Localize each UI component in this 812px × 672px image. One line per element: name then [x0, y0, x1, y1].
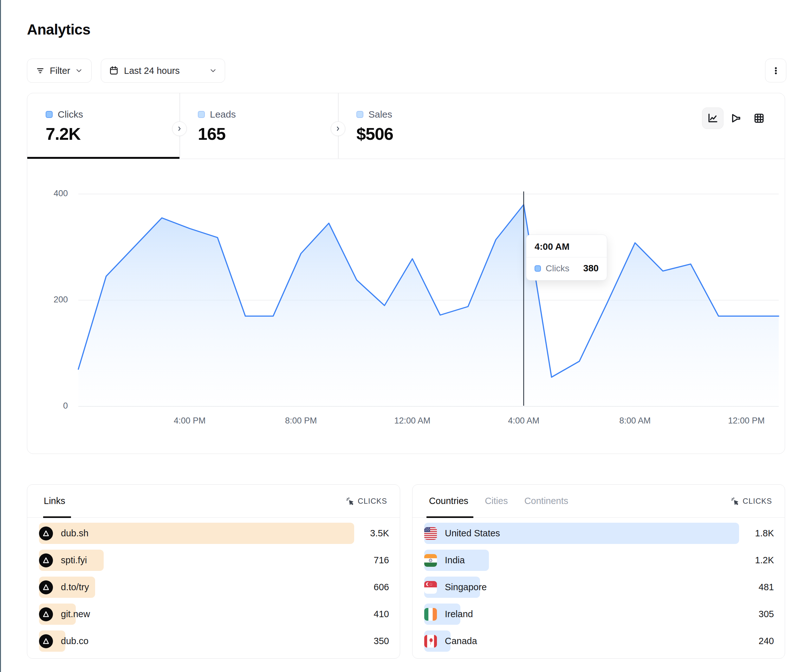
chevron-right-icon [176, 125, 183, 132]
tab-countries[interactable]: Countries [429, 496, 468, 506]
clicks-legend-square [46, 111, 53, 118]
funnel-chart-view-button[interactable] [730, 112, 742, 125]
sales-legend-square [357, 111, 363, 118]
dub-logo-icon [39, 607, 53, 621]
item-value: 716 [374, 555, 389, 566]
us-flag-icon [424, 527, 437, 540]
item-label: Ireland [445, 609, 473, 619]
table-grid-icon [753, 112, 765, 124]
list-item[interactable]: dub.sh3.5K [39, 523, 389, 544]
tab-leads-label: Leads [210, 109, 236, 120]
item-label: Canada [445, 636, 477, 646]
click-cursor-icon [346, 497, 354, 505]
svg-text:8:00 PM: 8:00 PM [285, 416, 317, 425]
leads-value: 165 [198, 124, 338, 143]
svg-text:12:00 AM: 12:00 AM [394, 416, 430, 425]
svg-text:4:00 AM: 4:00 AM [508, 416, 539, 425]
svg-text:200: 200 [54, 295, 68, 304]
tooltip-legend-square [535, 265, 541, 272]
line-chart-view-button[interactable] [702, 107, 723, 129]
list-item[interactable]: Ireland305 [424, 604, 774, 625]
item-value: 350 [374, 636, 389, 646]
item-label: git.new [61, 609, 90, 619]
clicks-value: 7.2K [46, 124, 179, 143]
toolbar: Filter Last 24 hours [27, 59, 786, 83]
filter-label: Filter [50, 66, 70, 76]
kebab-menu-icon [771, 66, 781, 75]
ca-flag-icon [424, 635, 437, 648]
item-value: 410 [374, 609, 389, 619]
click-cursor-icon [730, 497, 739, 505]
line-chart-icon [707, 112, 719, 124]
svg-text:12:00 PM: 12:00 PM [728, 416, 765, 425]
filter-icon [36, 66, 45, 75]
links-metric-selector[interactable]: CLICKS [346, 497, 387, 506]
svg-text:4:00 PM: 4:00 PM [174, 416, 206, 425]
countries-metric-label: CLICKS [742, 497, 772, 506]
item-label: dub.sh [61, 528, 89, 539]
countries-panel: Countries Cities Continents CLICKS Unite… [412, 484, 785, 659]
table-view-button[interactable] [753, 112, 765, 125]
links-panel: Links CLICKS dub.sh3.5Kspti.fyi716d.to/t… [27, 484, 400, 659]
funnel-chart-icon [730, 112, 742, 124]
list-item[interactable]: d.to/try606 [39, 576, 389, 598]
ie-flag-icon [424, 608, 437, 621]
tab-links[interactable]: Links [44, 496, 65, 506]
chart-plot-area[interactable] [78, 191, 779, 406]
dub-logo-icon [39, 634, 53, 648]
dub-logo-icon [39, 580, 53, 594]
tab-clicks[interactable]: Clicks 7.2K [27, 93, 179, 158]
tab-cities[interactable]: Cities [485, 496, 508, 506]
item-value: 1.8K [755, 528, 774, 539]
item-label: spti.fyi [61, 555, 87, 566]
calendar-icon [109, 66, 119, 76]
date-range-button[interactable]: Last 24 hours [101, 59, 225, 83]
tooltip-series-label: Clicks [546, 263, 570, 273]
item-label: India [445, 555, 465, 566]
active-tab-underline [27, 157, 179, 159]
chart-tooltip: 4:00 AM Clicks 380 [526, 235, 607, 281]
item-value: 606 [374, 582, 389, 592]
list-item[interactable]: git.new410 [39, 604, 389, 625]
tab-sales[interactable]: Sales $506 [338, 93, 496, 158]
sales-value: $506 [357, 124, 496, 143]
list-item[interactable]: spti.fyi716 [39, 550, 389, 571]
filter-button[interactable]: Filter [27, 59, 92, 83]
more-menu-button[interactable] [765, 59, 786, 82]
chevron-down-icon [75, 67, 83, 75]
tooltip-time: 4:00 AM [526, 235, 607, 258]
in-flag-icon [424, 554, 437, 567]
list-item[interactable]: Canada240 [424, 631, 774, 652]
tab-leads[interactable]: Leads 165 [179, 93, 338, 158]
chevron-right-icon [334, 125, 341, 132]
next-metric-button[interactable] [172, 121, 187, 136]
date-range-label: Last 24 hours [124, 66, 180, 76]
svg-text:0: 0 [63, 401, 68, 411]
item-label: United States [445, 528, 500, 539]
item-value: 3.5K [370, 528, 389, 539]
tooltip-value: 380 [583, 263, 599, 273]
item-label: d.to/try [61, 582, 89, 592]
list-item[interactable]: Singapore481 [424, 576, 774, 598]
tab-sales-label: Sales [368, 109, 392, 120]
next-metric-button[interactable] [331, 121, 345, 136]
analytics-card: Clicks 7.2K Leads 165 Sales $506 [27, 93, 785, 454]
tab-continents[interactable]: Continents [524, 496, 568, 506]
item-value: 240 [759, 636, 774, 646]
sg-flag-icon [424, 581, 437, 594]
list-item[interactable]: United States1.8K [424, 523, 774, 544]
links-metric-label: CLICKS [358, 497, 387, 506]
countries-metric-selector[interactable]: CLICKS [730, 497, 772, 506]
item-label: dub.co [61, 636, 89, 646]
leads-legend-square [198, 111, 205, 118]
item-value: 1.2K [755, 555, 774, 566]
list-item[interactable]: dub.co350 [39, 631, 389, 652]
tab-clicks-label: Clicks [58, 109, 83, 120]
item-label: Singapore [445, 582, 487, 592]
page-title: Analytics [27, 21, 90, 38]
item-value: 305 [759, 609, 774, 619]
dub-logo-icon [39, 527, 53, 541]
item-value: 481 [759, 582, 774, 592]
chevron-down-icon [209, 67, 217, 75]
list-item[interactable]: India1.2K [424, 550, 774, 571]
